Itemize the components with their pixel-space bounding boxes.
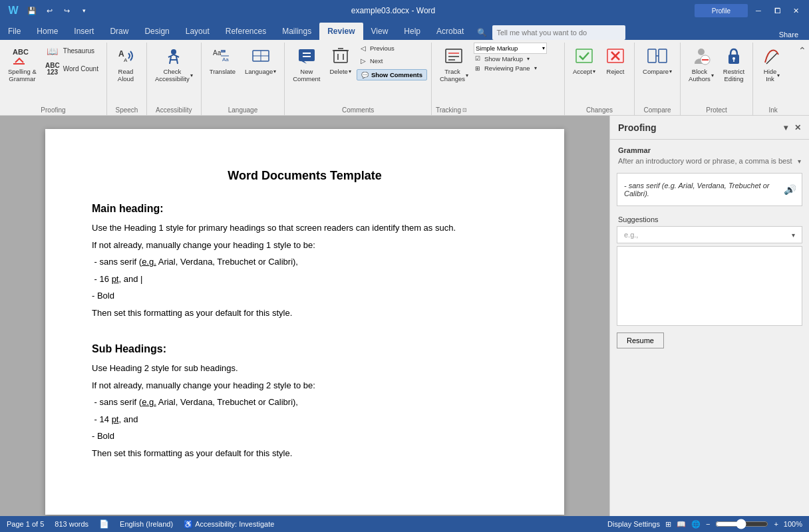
spelling-grammar-button[interactable]: ABC Spelling & Grammar [4, 43, 41, 84]
grammar-text-content: - sans serif (e.g. Arial, Verdana, Trebu… [624, 182, 784, 198]
proofing-group-label: Proofing [0, 106, 106, 114]
comments-nav-col: ◁ Previous ▷ Next 💬 Show Comments [357, 43, 427, 80]
new-comment-label: New Comment [293, 68, 320, 83]
svg-point-34 [732, 57, 735, 60]
accept-dropdown[interactable]: ▾ [593, 68, 595, 75]
reviewing-pane-button[interactable]: ⊞ Reviewing Pane ▾ [474, 64, 547, 72]
changes-group-label: Changes [565, 106, 634, 114]
tracking-group-expand[interactable]: ⊡ [462, 107, 467, 113]
tab-references[interactable]: References [218, 23, 274, 40]
tab-file[interactable]: File [0, 23, 29, 40]
web-view-icon[interactable]: 🌐 [691, 520, 701, 529]
minimize-button[interactable]: ─ [750, 3, 766, 19]
language-group-label: Language [202, 106, 285, 114]
tracking-group-label: Tracking [436, 106, 461, 114]
save-button[interactable]: 💾 [24, 3, 40, 19]
track-changes-button[interactable]: Track Changes ▾ [436, 43, 472, 84]
delete-button[interactable]: Delete ▾ [325, 43, 355, 76]
tab-insert[interactable]: Insert [66, 23, 102, 40]
close-button[interactable]: ✕ [788, 3, 804, 19]
proofing-collapse-icon[interactable]: ▾ [784, 123, 788, 132]
hide-ink-icon [761, 45, 782, 66]
check-accessibility-dropdown[interactable]: ▾ [190, 72, 193, 79]
search-input[interactable] [492, 25, 625, 40]
redo-button[interactable]: ↪ [59, 3, 75, 19]
track-changes-status-icon: 📄 [99, 519, 109, 529]
tab-mailings[interactable]: Mailings [274, 23, 319, 40]
track-changes-dropdown[interactable]: ▾ [466, 72, 468, 79]
grammar-desc-dropdown[interactable]: ▾ [798, 158, 801, 165]
next-button[interactable]: ▷ Next [357, 55, 427, 67]
display-settings[interactable]: Display Settings [607, 520, 660, 528]
suggestions-dropdown[interactable]: e.g., ▾ [617, 226, 802, 243]
thesaurus-button[interactable]: 📖 Thesaurus [42, 43, 102, 60]
ribbon-collapse-button[interactable]: ⌃ [796, 43, 809, 115]
show-markup-dropdown[interactable]: ▾ [527, 56, 530, 63]
show-markup-button[interactable]: ☑ Show Markup ▾ [474, 55, 547, 63]
undo-button[interactable]: ↩ [41, 3, 57, 19]
para-2-5: - Bold [92, 430, 518, 443]
zoom-in-icon[interactable]: + [774, 520, 778, 528]
zoom-level: 100% [784, 520, 802, 528]
ribbon-group-changes: Accept ▾ Reject Changes [565, 43, 635, 115]
tab-design[interactable]: Design [136, 23, 177, 40]
eg-underline-2: e.g. [142, 397, 156, 407]
hide-ink-button[interactable]: Hide Ink ▾ [757, 43, 786, 84]
new-comment-button[interactable]: New Comment [289, 43, 324, 84]
layout-view-icon[interactable]: ⊞ [665, 520, 671, 529]
share-button[interactable]: Share [774, 29, 804, 40]
resume-button[interactable]: Resume [617, 332, 664, 348]
language-button[interactable]: Language ▾ [241, 43, 280, 76]
restrict-editing-button[interactable]: Restrict Editing [719, 43, 748, 84]
grammar-description: After an introductory word or phrase, a … [610, 156, 809, 170]
reading-view-icon[interactable]: 📖 [677, 520, 686, 529]
word-count-button[interactable]: ABC123 Word Count [42, 61, 102, 78]
ribbon-group-ink: Hide Ink ▾ Ink [753, 43, 793, 115]
ribbon-group-accessibility: Check Accessibility ▾ Accessibility [147, 43, 202, 115]
compare-button[interactable]: Compare ▾ [639, 43, 676, 76]
customize-button[interactable]: ▾ [76, 3, 92, 19]
previous-label: Previous [370, 45, 395, 52]
grammar-speaker-icon[interactable]: 🔊 [784, 184, 795, 195]
svg-point-30 [698, 49, 705, 55]
title-bar: W 💾 ↩ ↪ ▾ example03.docx - Word Profile … [0, 0, 809, 21]
proofing-header-icons: ▾ ✕ [784, 123, 801, 132]
translate-icon: Aa Aa [212, 45, 233, 66]
tab-acrobat[interactable]: Acrobat [428, 23, 472, 40]
reject-icon [605, 45, 626, 66]
comments-group-label: Comments [285, 106, 431, 114]
markup-select[interactable]: Simple Markup ▾ [474, 43, 547, 54]
zoom-out-icon[interactable]: − [706, 520, 710, 528]
zoom-slider[interactable] [715, 519, 768, 529]
reviewing-pane-dropdown[interactable]: ▾ [534, 65, 537, 72]
tab-review[interactable]: Review [319, 23, 363, 40]
block-authors-dropdown[interactable]: ▾ [711, 72, 714, 79]
proofing-close-icon[interactable]: ✕ [794, 123, 801, 132]
show-markup-label: Show Markup [484, 55, 523, 63]
show-comments-button[interactable]: 💬 Show Comments [357, 69, 427, 80]
delete-dropdown[interactable]: ▾ [349, 68, 351, 75]
accept-button[interactable]: Accept ▾ [569, 43, 599, 76]
proofing-buttons: ABC Spelling & Grammar 📖 Thesaurus ABC12… [4, 43, 102, 115]
tab-view[interactable]: View [363, 23, 397, 40]
tab-help[interactable]: Help [396, 23, 428, 40]
profile-area[interactable]: Profile [695, 4, 748, 17]
restore-button[interactable]: ⧠ [769, 3, 785, 19]
hide-ink-dropdown[interactable]: ▾ [777, 72, 780, 79]
tab-draw[interactable]: Draw [102, 23, 136, 40]
thesaurus-label: Thesaurus [63, 47, 94, 55]
read-aloud-button[interactable]: A A Read Aloud [111, 43, 140, 84]
protect-group-label: Protect [681, 106, 752, 114]
check-accessibility-button[interactable]: Check Accessibility ▾ [151, 43, 197, 84]
translate-button[interactable]: Aa Aa Translate [206, 43, 240, 76]
spelling-grammar-label: Spelling & Grammar [8, 68, 37, 83]
accessibility-status[interactable]: ♿ Accessibility: Investigate [184, 520, 274, 529]
tab-home[interactable]: Home [29, 23, 66, 40]
comments-buttons: New Comment Delete ▾ [289, 43, 427, 115]
previous-button[interactable]: ◁ Previous [357, 43, 427, 55]
reject-button[interactable]: Reject [601, 43, 630, 76]
language-dropdown[interactable]: ▾ [273, 68, 276, 75]
tab-layout[interactable]: Layout [178, 23, 218, 40]
compare-dropdown[interactable]: ▾ [669, 68, 672, 75]
block-authors-button[interactable]: Block Authors ▾ [685, 43, 718, 84]
